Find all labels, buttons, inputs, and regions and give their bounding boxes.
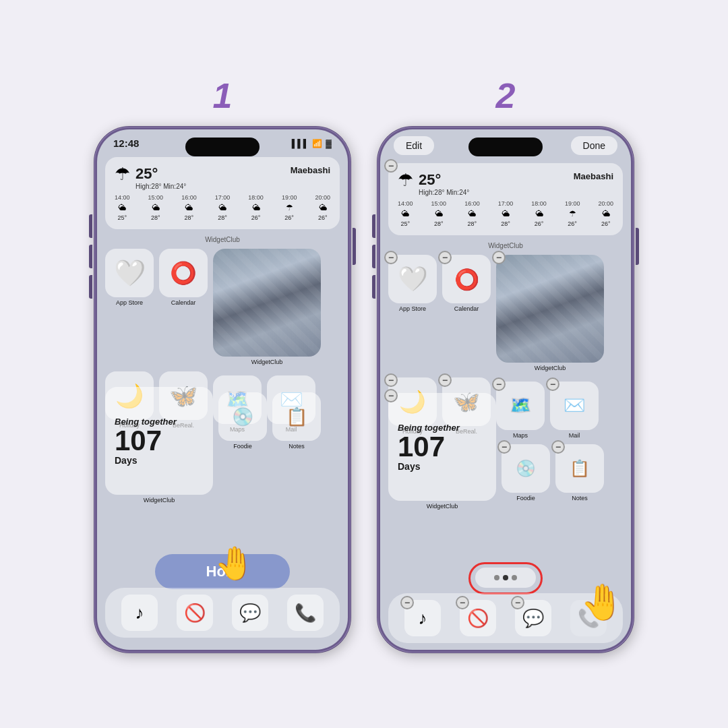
- dynamic-island-2: [468, 138, 543, 156]
- notes-wrap[interactable]: 📋 Notes: [272, 392, 321, 450]
- calendar-label-2: Calendar: [454, 305, 479, 313]
- dock-no-wrap-2: − 🚫: [460, 600, 496, 636]
- hour-1500: 15:00🌥28°: [148, 194, 164, 221]
- app-row-2-4b: − 💿 Foodie −: [502, 444, 604, 502]
- hour-1700: 17:00🌥28°: [215, 194, 231, 221]
- calendar-icon[interactable]: ⭕: [159, 249, 208, 297]
- countdown-days: Days: [115, 455, 204, 466]
- widgetclub-label-2: WidgetClub: [388, 242, 623, 249]
- step-2: 2 Edit Done −: [377, 75, 634, 653]
- calendar-wrap[interactable]: ⭕ Calendar: [159, 249, 208, 307]
- weather-location-2: Maebashi: [574, 171, 613, 181]
- dot-2: [503, 575, 508, 580]
- remove-dock-music[interactable]: −: [400, 596, 414, 609]
- app-row-4: Being together 107 Days WidgetClub: [105, 387, 340, 504]
- hour-1900: 19:00☂26°: [282, 194, 297, 221]
- dock-no[interactable]: 🚫: [177, 595, 213, 631]
- weather-widget-2-wrap: − ☂ 25° High:28° Min:24°: [388, 163, 623, 235]
- maps-label-2: Maps: [513, 432, 528, 439]
- weather-top-2: ☂ 25° High:28° Min:24° Maebashi: [398, 171, 613, 196]
- battery-icon: ▓: [326, 139, 332, 148]
- remove-dock-messages[interactable]: −: [511, 596, 524, 609]
- foodie-icon[interactable]: 💿: [218, 392, 267, 441]
- foodie-wrap[interactable]: 💿 Foodie: [218, 392, 267, 450]
- temp-range-2: High:28° Min:24°: [419, 189, 469, 196]
- remove-calendar-badge[interactable]: −: [438, 251, 452, 264]
- marble-widget-2: [496, 255, 604, 363]
- weather-widget-1: ☂ 25° High:28° Min:24° Maebashi 14:00🌥25…: [105, 157, 340, 229]
- remove-mail-badge[interactable]: −: [546, 377, 559, 391]
- calendar-wrap-2[interactable]: ⭕ Calendar: [442, 255, 491, 313]
- weather-hours-2: 14:00🌥25° 15:00🌥28° 16:00🌥28° 17:00🌥28° …: [398, 200, 613, 227]
- app-row-2-1: − 🤍 App Store − ⭕ Calendar: [388, 255, 623, 372]
- hold-label: Hold: [206, 563, 239, 580]
- foodie-label: Foodie: [233, 443, 252, 450]
- remove-bereal-badge[interactable]: −: [438, 373, 452, 387]
- signal-icon: ▌▌▌: [292, 139, 309, 148]
- umbrella-icon-1: ☂: [115, 165, 130, 183]
- weather-left-2: ☂ 25° High:28° Min:24°: [398, 171, 469, 196]
- dock-music-wrap-2: − ♪: [404, 600, 441, 636]
- countdown-label-2: WidgetClub: [427, 503, 458, 510]
- weather-widget-2: ☂ 25° High:28° Min:24° Maebashi: [388, 163, 623, 235]
- maps-wrap-2b[interactable]: 🗺️ Maps: [496, 382, 545, 439]
- status-time-1: 12:48: [113, 138, 139, 149]
- hour-2000: 20:00🌥26°: [315, 194, 330, 221]
- dot-3: [512, 575, 517, 580]
- countdown-widget-2: Being together 107 Days: [388, 393, 496, 501]
- status-bar-1: 12:48 ▌▌▌ 📶 ▓: [97, 129, 348, 152]
- app-store-container-2: − 🤍 App Store: [388, 255, 437, 313]
- phone-2-frame: Edit Done − ☂: [377, 127, 634, 653]
- remove-holiday-badge[interactable]: −: [384, 373, 398, 387]
- calendar-container-2: − ⭕ Calendar: [442, 255, 491, 313]
- done-button[interactable]: Done: [571, 136, 617, 155]
- notes-wrap-2[interactable]: 📋 Notes: [555, 444, 604, 502]
- weather-top-1: ☂ 25° High:28° Min:24° Maebashi: [115, 165, 330, 190]
- hold-button[interactable]: Hold: [155, 554, 290, 589]
- notes-container-2: − 📋 Notes: [555, 444, 604, 502]
- notes-icon[interactable]: 📋: [272, 392, 321, 441]
- phone-1-screen: 12:48 ▌▌▌ 📶 ▓ ☂: [97, 129, 348, 650]
- status-icons-1: ▌▌▌ 📶 ▓: [292, 139, 332, 148]
- marble-widget-1-wrap: WidgetClub: [213, 249, 321, 366]
- marble-widget-2-wrap: − WidgetClub: [496, 255, 604, 372]
- widgetclub-label-1: WidgetClub: [105, 236, 340, 243]
- dot-1: [494, 575, 499, 580]
- remove-marble-badge[interactable]: −: [492, 251, 506, 264]
- notes-label-2: Notes: [572, 495, 588, 502]
- countdown-num-2: 107: [398, 433, 487, 461]
- screen-content-1: ☂ 25° High:28° Min:24° Maebashi 14:00🌥25…: [97, 157, 348, 504]
- vol-btn-down-2: [372, 275, 375, 299]
- countdown-widget: Being together 107 Days: [105, 387, 213, 495]
- app-store-wrap[interactable]: 🤍 App Store: [105, 249, 154, 307]
- vol-btn-down: [89, 275, 92, 299]
- dock-2: − ♪ − 🚫 − 💬 📞: [388, 593, 623, 643]
- app-store-wrap-2[interactable]: 🤍 App Store: [388, 255, 437, 313]
- main-container: 1 12:48 ▌▌▌ 📶 ▓: [67, 49, 661, 679]
- weather-temp-info-2: 25° High:28° Min:24°: [419, 171, 469, 196]
- foodie-wrap-2[interactable]: 💿 Foodie: [502, 444, 550, 502]
- countdown-label: WidgetClub: [144, 497, 175, 504]
- remove-maps-badge[interactable]: −: [492, 377, 506, 391]
- notes-label: Notes: [289, 443, 305, 450]
- phone-1-frame: 12:48 ▌▌▌ 📶 ▓ ☂: [94, 127, 351, 653]
- step-1-number: 1: [213, 75, 233, 116]
- remove-dock-no[interactable]: −: [456, 596, 469, 609]
- countdown-days-2: Days: [398, 461, 487, 472]
- marble-widget-2-label: WidgetClub: [535, 365, 566, 372]
- dock-music[interactable]: ♪: [121, 595, 158, 631]
- dock-messages[interactable]: 💬: [232, 595, 268, 631]
- umbrella-icon-2: ☂: [398, 171, 413, 189]
- app-store-label: App Store: [116, 299, 143, 307]
- phone-1-wrapper: 12:48 ▌▌▌ 📶 ▓ ☂: [94, 127, 351, 653]
- dock-phone-2[interactable]: 📞: [570, 600, 607, 636]
- edit-button[interactable]: Edit: [394, 136, 434, 155]
- step-2-number: 2: [496, 75, 516, 116]
- app-store-icon[interactable]: 🤍: [105, 249, 154, 297]
- mail-wrap-2[interactable]: ✉️ Mail: [550, 382, 599, 439]
- dock-phone[interactable]: 📞: [287, 595, 324, 631]
- remove-weather-badge[interactable]: −: [384, 159, 398, 173]
- mail-label-2: Mail: [569, 432, 580, 439]
- maps-container-2: − 🗺️ Maps: [496, 382, 545, 439]
- remove-appstore-badge[interactable]: −: [384, 251, 398, 264]
